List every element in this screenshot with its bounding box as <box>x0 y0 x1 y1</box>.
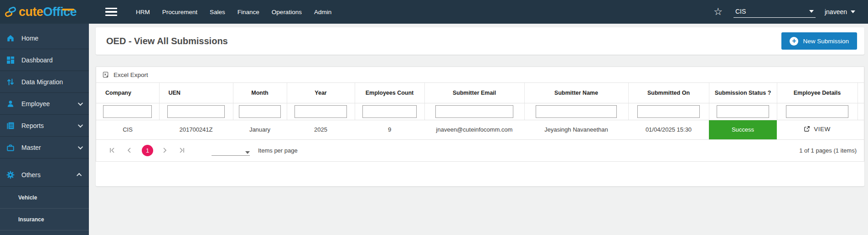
filter-input-submitted-on[interactable] <box>637 105 700 118</box>
chevron-down-icon <box>78 122 83 127</box>
app-logo[interactable]: cuteOffice <box>0 5 89 19</box>
company-select[interactable]: CIS <box>734 6 816 18</box>
filter-input-company[interactable] <box>103 105 152 118</box>
sidebar-subitem-insurance[interactable]: Insurance <box>0 209 89 230</box>
master-icon <box>6 143 15 152</box>
sidebar-item-label: Reports <box>21 122 44 129</box>
filter-input-uen[interactable] <box>167 105 225 118</box>
chevron-down-icon <box>245 151 250 154</box>
next-page-icon[interactable] <box>159 144 170 156</box>
cell-submitter-name: Jeyasingh Navaneethan <box>524 120 628 139</box>
sidebar-item-label: Home <box>21 35 38 42</box>
column-header-employees-count[interactable]: Employees Count <box>355 83 424 103</box>
page-header: OED - View All Submissions + New Submiss… <box>96 27 864 55</box>
sidebar-item-employee[interactable]: Employee <box>0 93 89 115</box>
dashboard-icon <box>6 56 15 64</box>
column-header-company[interactable]: Company <box>96 83 159 103</box>
home-icon <box>6 34 15 42</box>
last-page-icon[interactable] <box>176 144 188 156</box>
sidebar-item-master[interactable]: Master <box>0 137 89 158</box>
sidebar-item-label: Employee <box>21 100 50 107</box>
cell-employees-count: 9 <box>355 120 424 139</box>
chevron-down-icon <box>809 10 814 13</box>
sidebar-subitem-label: Insurance <box>18 216 44 223</box>
cell-submitter-email: jnaveen@cuteinfocomm.com <box>424 120 524 139</box>
chevron-down-icon <box>78 144 83 149</box>
sidebar-item-home[interactable]: Home <box>0 27 89 49</box>
chevron-down-icon <box>851 10 855 13</box>
sidebar-item-label: Data Migration <box>21 78 63 86</box>
data-migration-icon <box>6 78 15 86</box>
filter-input-year[interactable] <box>294 105 347 118</box>
nav-item-admin[interactable]: Admin <box>314 9 331 15</box>
filter-input-employees-count[interactable] <box>362 105 417 118</box>
column-header-submission-status[interactable]: Submission Status ? <box>709 83 777 103</box>
items-per-page-select[interactable] <box>212 145 250 156</box>
user-name: jnaveen <box>825 8 847 15</box>
sidebar-item-reports[interactable]: Reports <box>0 115 89 137</box>
cell-year: 2025 <box>287 120 355 139</box>
page-title: OED - View All Submissions <box>106 36 228 46</box>
items-per-page-label: Items per page <box>258 147 298 154</box>
gear-icon <box>6 171 15 179</box>
sidebar-item-label: Dashboard <box>21 56 53 64</box>
status-badge: Success <box>709 120 777 139</box>
submissions-table-card: Excel Export Company UEN Month Year <box>96 66 864 186</box>
main-content: OED - View All Submissions + New Submiss… <box>89 24 868 235</box>
filter-input-submitter-email[interactable] <box>435 105 513 118</box>
user-menu[interactable]: jnaveen <box>825 8 855 15</box>
pagination-bar: 1 Items per page 1 of 1 pages (1 items) <box>96 140 864 161</box>
excel-export-button[interactable]: Excel Export <box>96 67 864 83</box>
column-header-year[interactable]: Year <box>287 83 355 103</box>
submissions-table: Company UEN Month Year Employees Count S… <box>96 83 864 140</box>
filter-input-submitter-name[interactable] <box>536 105 616 118</box>
chevron-down-icon <box>78 100 83 105</box>
sidebar-item-label: Others <box>21 171 41 179</box>
filter-input-month[interactable] <box>239 105 280 118</box>
nav-item-sales[interactable]: Sales <box>210 9 225 15</box>
new-submission-button[interactable]: + New Submission <box>781 32 857 50</box>
sidebar-item-data-migration[interactable]: Data Migration <box>0 71 89 93</box>
sidebar-item-label: Master <box>21 144 41 151</box>
view-button[interactable]: VIEW <box>804 126 831 133</box>
table-filter-row <box>96 103 864 120</box>
column-header-uen[interactable]: UEN <box>159 83 233 103</box>
chevron-up-icon <box>77 173 82 178</box>
sidebar-subitem-vehicle[interactable]: Vehicle <box>0 187 89 209</box>
cell-month: January <box>233 120 287 139</box>
table-row: CIS 201700241Z January 2025 9 jnaveen@cu… <box>96 120 864 139</box>
cell-company: CIS <box>96 120 159 139</box>
app-name: cuteOffice <box>19 5 77 19</box>
first-page-icon[interactable] <box>106 144 118 156</box>
nav-item-procurement[interactable]: Procurement <box>162 9 197 15</box>
sidebar-item-dashboard[interactable]: Dashboard <box>0 49 89 71</box>
top-bar: cuteOffice HRM Procurement Sales Finance… <box>0 0 868 24</box>
sidebar-subitem-label: Vehicle <box>18 194 37 201</box>
submissions-grid: Excel Export Company UEN Month Year <box>96 66 864 162</box>
column-header-submitted-on[interactable]: Submmitted On <box>628 83 709 103</box>
column-header-month[interactable]: Month <box>233 83 287 103</box>
employee-icon <box>6 100 15 108</box>
nav-item-operations[interactable]: Operations <box>272 9 302 15</box>
sidebar-item-others[interactable]: Others <box>0 163 89 187</box>
nav-item-hrm[interactable]: HRM <box>136 9 150 15</box>
nav-item-finance[interactable]: Finance <box>238 9 259 15</box>
favorite-star-icon[interactable]: ☆ <box>713 7 723 17</box>
cell-uen: 201700241Z <box>159 120 233 139</box>
column-header-employee-details[interactable]: Employee Details <box>777 83 858 103</box>
topbar-right-cluster: ☆ CIS jnaveen <box>713 6 868 18</box>
cell-submitted-on: 01/04/2025 15:30 <box>628 120 709 139</box>
current-page-button[interactable]: 1 <box>142 145 153 156</box>
excel-file-icon <box>103 72 109 78</box>
reports-icon <box>6 122 15 130</box>
hamburger-menu-icon[interactable] <box>105 8 117 16</box>
table-header-row: Company UEN Month Year Employees Count S… <box>96 83 864 103</box>
pagination-summary: 1 of 1 pages (1 items) <box>799 147 857 154</box>
sidebar: Home Dashboard Data Migration <box>0 24 89 235</box>
filter-input-employee-details[interactable] <box>786 105 848 118</box>
column-header-submitter-email[interactable]: Submitter Email <box>424 83 524 103</box>
column-header-spacer <box>858 83 864 103</box>
column-header-submitter-name[interactable]: Submitter Name <box>524 83 628 103</box>
filter-input-submission-status[interactable] <box>717 105 769 118</box>
previous-page-icon[interactable] <box>124 144 135 156</box>
